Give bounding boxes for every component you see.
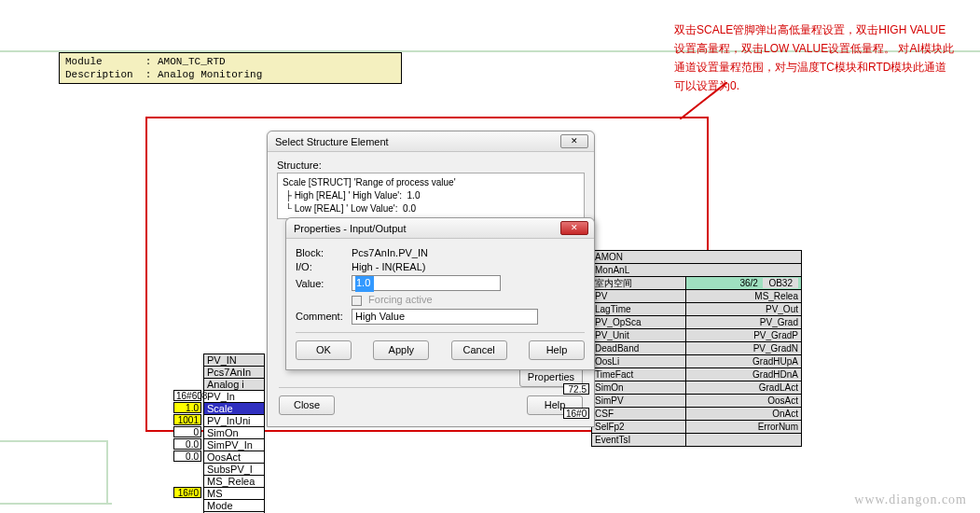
properties-input-output-dialog: Properties - Input/Output ✕ Block: Pcs7A… <box>285 217 595 370</box>
fb-pin-errornum[interactable]: ErrorNum <box>685 421 801 434</box>
close-button[interactable]: Close <box>279 395 335 415</box>
fb-pin-onact[interactable]: OnAct <box>685 408 801 421</box>
fb-pin-pv_gradp[interactable]: PV_GradP <box>685 329 801 342</box>
fb-value: 72.5 <box>563 383 589 395</box>
fb-pin-oosli[interactable]: OosLi <box>592 355 686 368</box>
annotation-text: 双击SCALE管脚弹出高低量程设置，双击HIGH VALUE设置高量程，双击LO… <box>674 21 954 95</box>
fb-pin-pv_out[interactable]: PV_Out <box>685 303 801 316</box>
ok-button[interactable]: OK <box>296 340 352 360</box>
io-label: I/O: <box>296 261 352 272</box>
structure-label: Structure: <box>277 159 585 171</box>
fb-value: 0 <box>173 426 201 437</box>
dialog-titlebar[interactable]: Select Structure Element ✕ <box>268 132 594 152</box>
fb-pin-oosact[interactable]: OosAct <box>204 451 264 464</box>
watermark: www.diangon.com <box>854 492 967 507</box>
close-icon[interactable]: ✕ <box>560 134 588 148</box>
fb-pin-lagtime[interactable]: LagTime <box>592 303 686 316</box>
fb-pin-eventtsi[interactable]: EventTsI <box>592 434 686 447</box>
fb-pin-[interactable] <box>685 434 801 447</box>
fb-pin-simon[interactable]: SimOn <box>204 427 264 439</box>
fb-pin-pv_gradn[interactable]: PV_GradN <box>685 342 801 355</box>
fb-pin-pv_unit[interactable]: PV_Unit <box>592 329 686 342</box>
fb-header: Analog i <box>204 379 264 391</box>
fb-value: 1.0 <box>173 402 201 413</box>
forcing-checkbox <box>352 296 362 306</box>
fb-pin-deadband[interactable]: DeadBand <box>592 342 686 355</box>
fb-pin-simon[interactable]: SimOn <box>592 381 686 395</box>
dialog-titlebar[interactable]: Properties - Input/Output ✕ <box>286 218 594 239</box>
fb-value: 16#608 <box>173 390 201 401</box>
value-input[interactable]: 1.0 <box>352 275 501 291</box>
fb-value: 0.0 <box>173 451 201 462</box>
comment-label: Comment: <box>296 311 352 322</box>
fb-value: 16#0 <box>173 487 201 498</box>
fb-pin-subspv_i[interactable]: SubsPV_I <box>204 464 264 476</box>
fb-value: 0.0 <box>173 438 201 450</box>
fb-value: 1001 <box>173 414 201 425</box>
fb-pin-simpv[interactable]: SimPV <box>592 395 686 408</box>
block-value: Pcs7AnIn.PV_IN <box>352 247 585 258</box>
apply-button[interactable]: Apply <box>373 340 429 360</box>
fb-pin-oosact[interactable]: OosAct <box>685 395 801 408</box>
value-label: Value: <box>296 278 352 289</box>
fb-pin-pv_in[interactable]: PV_In <box>204 391 264 403</box>
comment-input[interactable]: High Value <box>352 309 538 325</box>
fb-pin-selfp2[interactable]: SelFp2 <box>592 421 686 434</box>
function-block-pv-in[interactable]: PV_INPcs7AnInAnalog iPV_InScalePV_InUniS… <box>203 354 265 513</box>
fb-pin-pv[interactable]: PV <box>592 290 686 303</box>
fb-pin-simpv_in[interactable]: SimPV_In <box>204 439 264 451</box>
fb-pin-csf[interactable]: CSF <box>592 408 686 421</box>
cancel-button[interactable]: Cancel <box>451 340 507 360</box>
close-icon[interactable]: ✕ <box>560 221 588 235</box>
fb-pin-pv_opsca[interactable]: PV_OpSca <box>592 316 686 329</box>
fb-pin-gradhupa[interactable]: GradHUpA <box>685 355 801 368</box>
fb-pin-gradhdna[interactable]: GradHDnA <box>685 368 801 381</box>
forcing-label: Forcing active <box>368 294 432 305</box>
help-button[interactable]: Help <box>529 340 585 360</box>
dialog-title: Select Structure Element <box>275 136 389 147</box>
fb-pin-pv_inuni[interactable]: PV_InUni <box>204 415 264 427</box>
fb-pin-ms[interactable]: MS <box>204 488 264 500</box>
structure-tree[interactable]: Scale [STRUCT] 'Range of process value' … <box>277 173 585 219</box>
fb-pin-ms_relea[interactable]: MS_Relea <box>204 476 264 488</box>
fb-pin-pv_grad[interactable]: PV_Grad <box>685 316 801 329</box>
fb-pin-mode[interactable]: Mode <box>204 500 264 512</box>
block-label: Block: <box>296 247 352 258</box>
fb-value: 16#0 <box>563 408 589 419</box>
io-value: High - IN(REAL) <box>352 261 585 272</box>
fb-pin-scale[interactable]: Scale <box>204 403 264 415</box>
module-header: Module : AMON_TC_RTD Description : Analo… <box>59 52 402 84</box>
fb-header: PV_IN <box>204 354 264 367</box>
fb-header: Pcs7AnIn <box>204 367 264 379</box>
dialog-title: Properties - Input/Output <box>294 223 406 234</box>
fb-pin-timefact[interactable]: TimeFact <box>592 368 686 381</box>
fb-pin-gradlact[interactable]: GradLAct <box>685 381 801 395</box>
fb-pin-ms_relea[interactable]: MS_Relea <box>685 290 801 303</box>
function-block-amon[interactable]: AMONMonAnL室内空间36/2 OB32PVMS_ReleaLagTime… <box>591 250 802 447</box>
